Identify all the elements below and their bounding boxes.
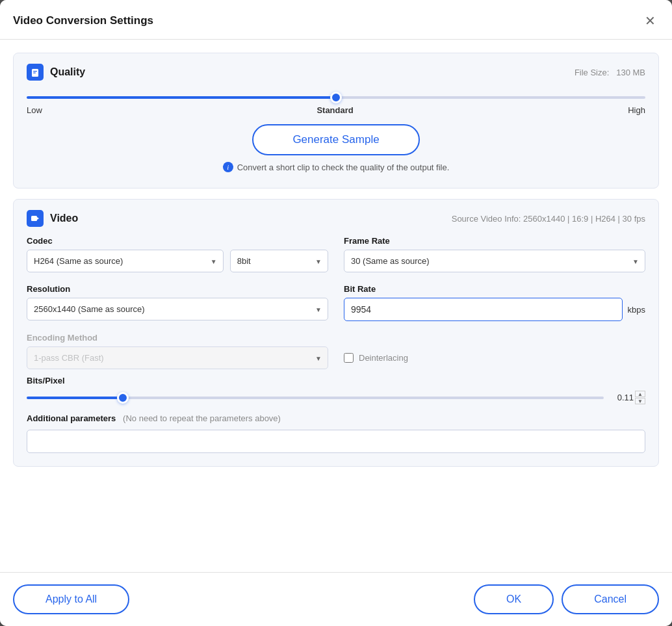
dialog-title: Video Conversion Settings: [13, 14, 153, 27]
svg-rect-2: [33, 73, 36, 73]
frame-rate-label: Frame Rate: [344, 236, 645, 246]
frame-rate-select[interactable]: 30 (Same as source): [344, 250, 645, 272]
video-title-group: Video: [27, 210, 78, 227]
info-icon: i: [223, 162, 233, 172]
deinterlacing-checkbox[interactable]: [344, 353, 354, 363]
quality-label-low: Low: [27, 105, 42, 115]
close-button[interactable]: ✕: [641, 12, 659, 30]
apply-to-all-button[interactable]: Apply to All: [13, 584, 129, 614]
encoding-method-label: Encoding Method: [27, 333, 328, 343]
deinterlacing-row: Deinterlacing: [344, 333, 645, 369]
frame-rate-field: Frame Rate 30 (Same as source) ▼: [344, 236, 645, 272]
bits-value-group: 0.11 ▲ ▼: [610, 391, 645, 404]
generate-sample-section: Generate Sample i Convert a short clip t…: [27, 124, 645, 172]
quality-label-high: High: [628, 105, 645, 115]
encoding-method-select-wrapper: 1-pass CBR (Fast) ▼: [27, 346, 328, 369]
quality-section: Quality File Size: 130 MB Low Standard H…: [13, 53, 659, 189]
quality-labels: Low Standard High: [27, 105, 645, 115]
cancel-button[interactable]: Cancel: [562, 584, 659, 614]
encoding-method-select[interactable]: 1-pass CBR (Fast): [27, 346, 328, 369]
quality-file-size: File Size: 130 MB: [575, 68, 645, 77]
bitrate-row: kbps: [344, 298, 645, 321]
resolution-field: Resolution 2560x1440 (Same as source) ▼: [27, 284, 328, 321]
video-source-info: Source Video Info: 2560x1440 | 16:9 | H2…: [452, 214, 645, 224]
info-row: i Convert a short clip to check the qual…: [223, 162, 450, 172]
footer-right: OK Cancel: [474, 584, 659, 614]
dialog-body: Quality File Size: 130 MB Low Standard H…: [0, 40, 672, 572]
bits-pixel-slider[interactable]: [27, 397, 604, 399]
deinterlacing-label: Deinterlacing: [359, 353, 408, 363]
quality-title-group: Quality: [27, 64, 85, 81]
title-bar: Video Conversion Settings ✕: [0, 0, 672, 40]
codec-field: Codec H264 (Same as source) ▼ 8bit: [27, 236, 328, 272]
codec-row: H264 (Same as source) ▼ 8bit ▼: [27, 250, 328, 272]
bits-pixel-up-button[interactable]: ▲: [635, 391, 645, 397]
quality-slider-container: [27, 90, 645, 101]
codec-label: Codec: [27, 236, 328, 246]
resolution-select[interactable]: 2560x1440 (Same as source): [27, 298, 328, 320]
quality-title: Quality: [50, 66, 85, 78]
quality-label-standard: Standard: [317, 105, 353, 115]
video-section: Video Source Video Info: 2560x1440 | 16:…: [13, 199, 659, 467]
bit-rate-label: Bit Rate: [344, 284, 645, 294]
file-size-label: File Size:: [575, 68, 609, 77]
bits-pixel-section: Bits/Pixel 0.11 ▲ ▼: [27, 376, 645, 404]
ok-button[interactable]: OK: [474, 584, 554, 614]
bits-pixel-down-button[interactable]: ▼: [635, 398, 645, 404]
bitdepth-select-wrapper: 8bit ▼: [230, 250, 328, 272]
info-text: Convert a short clip to check the qualit…: [237, 163, 450, 172]
bitrate-unit: kbps: [628, 305, 645, 315]
file-size-value: 130 MB: [616, 68, 645, 77]
bits-pixel-label: Bits/Pixel: [27, 376, 645, 385]
bits-pixel-slider-row: 0.11 ▲ ▼: [27, 391, 645, 404]
svg-rect-3: [31, 216, 37, 221]
bits-pixel-value: 0.11: [610, 393, 634, 402]
bitdepth-select[interactable]: 8bit: [230, 250, 328, 272]
resolution-label: Resolution: [27, 284, 328, 294]
additional-params-label: Additional parameters (No need to repeat…: [27, 413, 645, 423]
quality-header: Quality File Size: 130 MB: [27, 64, 645, 81]
additional-params-input[interactable]: [27, 430, 645, 453]
footer-left: Apply to All: [13, 584, 129, 614]
resolution-select-wrapper: 2560x1440 (Same as source) ▼: [27, 298, 328, 320]
quality-icon: [27, 64, 44, 81]
encoding-method-field: Encoding Method 1-pass CBR (Fast) ▼: [27, 333, 328, 369]
svg-marker-4: [37, 217, 39, 220]
quality-slider[interactable]: [27, 96, 645, 99]
dialog: Video Conversion Settings ✕ Quality: [0, 0, 672, 626]
video-icon: [27, 210, 44, 227]
frame-rate-select-wrapper: 30 (Same as source) ▼: [344, 250, 645, 272]
codec-select[interactable]: H264 (Same as source): [27, 250, 224, 272]
bit-rate-field: Bit Rate kbps: [344, 284, 645, 321]
video-title: Video: [50, 213, 78, 224]
generate-sample-button[interactable]: Generate Sample: [252, 124, 419, 155]
svg-rect-1: [33, 71, 37, 72]
dialog-footer: Apply to All OK Cancel: [0, 572, 672, 626]
spacer: [13, 477, 659, 484]
bitrate-input[interactable]: [344, 298, 623, 321]
additional-params-sub: (No need to repeat the parameters above): [123, 413, 281, 423]
video-header: Video Source Video Info: 2560x1440 | 16:…: [27, 210, 645, 227]
additional-params-section: Additional parameters (No need to repeat…: [27, 413, 645, 453]
bits-pixel-spinner: ▲ ▼: [635, 391, 645, 404]
codec-select-wrapper: H264 (Same as source) ▼: [27, 250, 224, 272]
additional-params-title: Additional parameters: [27, 413, 116, 423]
